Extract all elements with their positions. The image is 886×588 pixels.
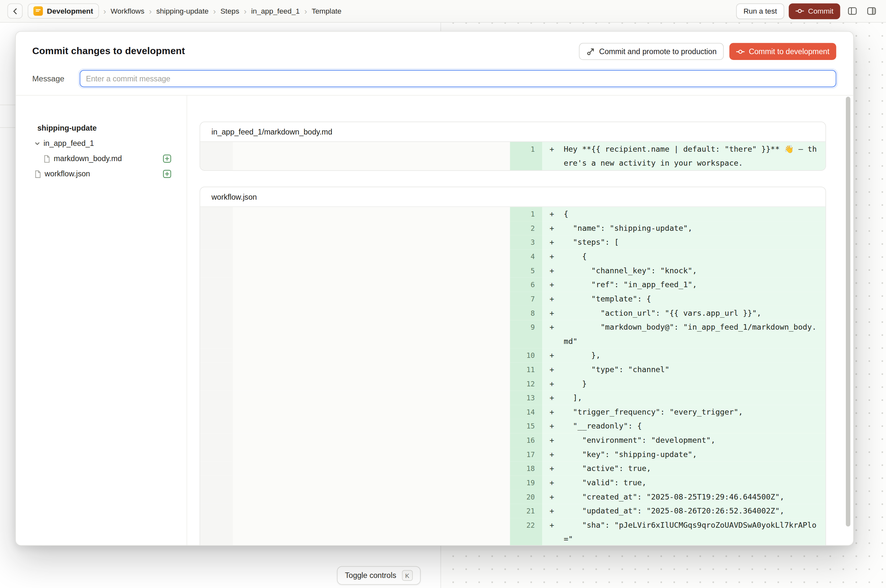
environment-selector[interactable]: Development — [27, 3, 99, 18]
diff-row: 22+ "sha": "pJeLVir6xIlUCMGqs9qroZoUAVDS… — [200, 518, 826, 545]
new-line-number: 1 — [510, 142, 542, 170]
breadcrumb-items: ›Workflows›shipping-update›Steps›in_app_… — [103, 7, 342, 15]
diff-sign-added: + — [550, 476, 554, 490]
diff-sign-added: + — [550, 433, 554, 447]
commit-to-development-button[interactable]: Commit to development — [730, 43, 836, 60]
new-line-content: + "key": "shipping-update", — [542, 447, 825, 462]
environment-icon — [33, 6, 43, 16]
diff-row: 16+ "environment": "development", — [200, 433, 826, 447]
breadcrumb-separator: › — [304, 7, 307, 15]
old-line-content — [233, 207, 510, 221]
diff-row: 15+ "__readonly": { — [200, 419, 826, 434]
diff-added-icon — [163, 170, 171, 178]
modal-scrollbar[interactable] — [846, 97, 850, 526]
new-line-number: 9 — [510, 320, 542, 348]
commit-button[interactable]: Commit — [789, 3, 840, 19]
new-line-number: 21 — [510, 504, 542, 518]
new-line-number: 15 — [510, 419, 542, 434]
diff-sign-added: + — [550, 490, 554, 504]
old-line-number — [200, 278, 233, 292]
breadcrumb-separator: › — [149, 7, 151, 15]
new-line-number: 20 — [510, 490, 542, 504]
breadcrumb-item[interactable]: in_app_feed_1 — [251, 7, 300, 15]
diff-list: in_app_feed_1/markdown_body.md1+Hey **{{… — [199, 122, 826, 545]
tree-item-label: workflow.json — [45, 170, 90, 178]
diff-row: 11+ "type": "channel" — [200, 362, 826, 376]
diff-sign-added: + — [550, 236, 554, 250]
diff-sign-added: + — [550, 348, 554, 363]
commit-modal: Commit changes to development Commit and… — [15, 31, 854, 546]
commit-promote-label: Commit and promote to production — [599, 47, 717, 56]
code-text: "sha": "pJeLVir6xIlUCMGqs9qroZoUAVDSwA0y… — [564, 520, 816, 544]
code-text: "template": { — [564, 294, 651, 303]
new-line-content: + "updated_at": "2025-08-26T20:26:52.364… — [542, 504, 825, 518]
background-panel-edge — [0, 105, 15, 105]
diff-sign-added: + — [550, 142, 554, 156]
code-text: Hey **{{ recipient.name | default: "ther… — [564, 144, 817, 168]
run-test-button[interactable]: Run a test — [736, 3, 784, 19]
diff-row: 13+ ], — [200, 391, 826, 405]
old-line-content — [233, 236, 510, 250]
commit-promote-button[interactable]: Commit and promote to production — [579, 43, 724, 60]
code-text: { — [564, 252, 586, 261]
modal-title: Commit changes to development — [32, 46, 185, 57]
tree-item-workflow-json[interactable]: workflow.json — [16, 166, 187, 182]
diff-row: 14+ "trigger_frequency": "every_trigger"… — [200, 405, 826, 419]
new-line-number: 10 — [510, 348, 542, 363]
old-line-number — [200, 221, 233, 236]
breadcrumb-item[interactable]: Template — [312, 7, 342, 15]
breadcrumb-separator: › — [213, 7, 216, 15]
breadcrumb-item[interactable]: Steps — [220, 7, 239, 15]
diff-row: 1+Hey **{{ recipient.name | default: "th… — [200, 142, 826, 170]
diff-sign-added: + — [550, 249, 554, 264]
new-line-content: + "markdown_body@": "in_app_feed_1/markd… — [542, 320, 825, 348]
old-line-content — [233, 405, 510, 419]
diff-sign-added: + — [550, 306, 554, 320]
back-button[interactable] — [7, 3, 23, 18]
panel-right-toggle[interactable] — [864, 3, 879, 18]
new-line-number: 13 — [510, 391, 542, 405]
old-line-content — [233, 518, 510, 545]
diff-added-icon — [163, 154, 171, 163]
tree-item-in-app-feed-1[interactable]: in_app_feed_1 — [16, 136, 187, 151]
new-line-content: + "template": { — [542, 292, 825, 306]
diff-row: 17+ "key": "shipping-update", — [200, 447, 826, 462]
new-line-number: 5 — [510, 264, 542, 278]
diff-sign-added: + — [550, 207, 554, 221]
old-line-number — [200, 504, 233, 518]
diff-sign-added: + — [550, 504, 554, 518]
code-text: { — [564, 209, 568, 219]
new-line-number: 17 — [510, 447, 542, 462]
git-commit-icon — [796, 7, 804, 15]
diff-sign-added: + — [550, 518, 554, 532]
old-line-number — [200, 249, 233, 264]
old-line-content — [233, 278, 510, 292]
panel-left-toggle[interactable] — [845, 3, 859, 18]
new-line-content: + "trigger_frequency": "every_trigger", — [542, 405, 825, 419]
new-line-content: + "environment": "development", — [542, 433, 825, 447]
new-line-number: 16 — [510, 433, 542, 447]
code-text: "__readonly": { — [564, 422, 642, 430]
commit-message-input[interactable] — [80, 70, 836, 87]
file-tree: shipping-update in_app_feed_1markdown_bo… — [16, 96, 187, 545]
new-line-content: + }, — [542, 348, 825, 363]
toggle-controls-button[interactable]: Toggle controls K — [337, 566, 421, 585]
old-line-number — [200, 405, 233, 419]
new-line-content: + "type": "channel" — [542, 362, 825, 376]
old-line-content — [233, 391, 510, 405]
diff-row: 10+ }, — [200, 348, 826, 363]
tree-item-markdown-body-md[interactable]: markdown_body.md — [16, 151, 187, 166]
new-line-content: + "__readonly": { — [542, 419, 825, 434]
code-text: "environment": "development", — [564, 435, 715, 444]
panel-left-icon — [847, 6, 857, 16]
new-line-number: 12 — [510, 376, 542, 391]
tree-item-label: in_app_feed_1 — [43, 139, 94, 147]
code-text: "active": true, — [564, 464, 651, 473]
new-line-content: + ], — [542, 391, 825, 405]
old-line-content — [233, 362, 510, 376]
breadcrumb-item[interactable]: shipping-update — [156, 7, 208, 15]
old-line-number — [200, 490, 233, 504]
diff-sign-added: + — [550, 221, 554, 236]
old-line-number — [200, 518, 233, 545]
breadcrumb-item[interactable]: Workflows — [111, 7, 144, 15]
